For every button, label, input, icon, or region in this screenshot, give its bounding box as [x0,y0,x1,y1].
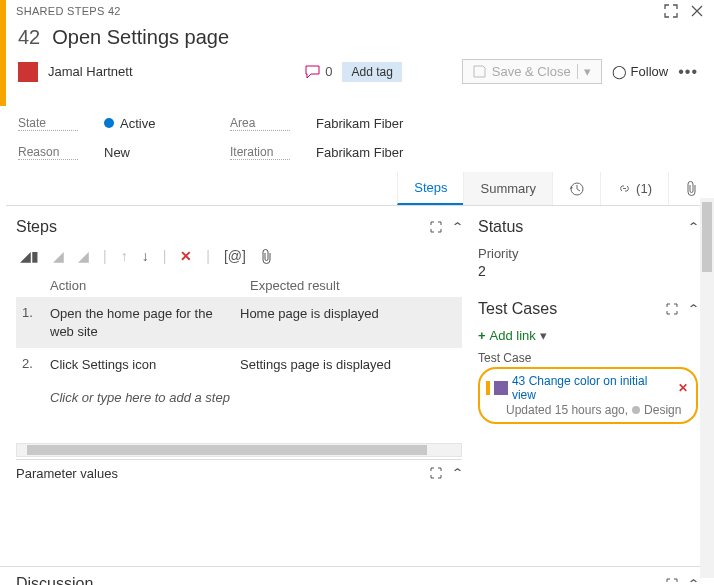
breadcrumb: SHARED STEPS 42 [16,5,121,17]
comment-count[interactable]: 0 [305,64,332,79]
state-dot-icon [632,406,640,414]
close-icon[interactable] [690,4,704,18]
fullscreen-icon[interactable] [664,4,678,18]
status-section-title: Status [478,218,523,236]
add-link-button[interactable]: + Add link ▾ [478,324,698,347]
col-action-header: Action [50,278,240,293]
expand-icon[interactable] [666,578,678,585]
parameter-values-section[interactable]: Parameter values [16,466,118,481]
priority-label: Priority [478,242,698,263]
collapse-icon[interactable]: ⌃ [451,220,464,234]
steps-section-title: Steps [16,218,57,236]
expand-icon[interactable] [666,303,678,315]
insert-shared-icon[interactable]: ◢ [53,248,64,264]
reason-label: Reason [18,145,78,160]
iteration-value[interactable]: Fabrikam Fiber [316,145,403,160]
test-case-icon [494,381,508,395]
vertical-scrollbar[interactable] [700,198,714,578]
expand-icon[interactable] [430,467,442,479]
page-title: 42 Open Settings page [18,26,698,49]
plus-icon: + [478,328,486,343]
chevron-down-icon[interactable]: ▾ [577,64,591,79]
attachment-icon [685,181,698,196]
state-label: State [18,116,78,131]
state-text: Design [644,403,681,417]
col-expected-header: Expected result [250,278,462,293]
insert-step-icon[interactable]: ◢▮ [20,248,39,264]
color-bar-icon [486,381,490,395]
tab-links[interactable]: (1) [600,172,668,205]
expand-icon[interactable] [430,221,442,233]
eye-icon: ◯ [612,64,627,79]
chevron-down-icon: ▾ [540,328,547,343]
area-value[interactable]: Fabrikam Fiber [316,116,403,131]
iteration-label: Iteration [230,145,290,160]
state-dot-icon [104,118,114,128]
attach-icon[interactable] [260,249,273,264]
link-icon [617,181,632,196]
work-item-title[interactable]: Open Settings page [52,26,229,49]
collapse-icon[interactable]: ⌃ [687,577,700,585]
test-case-label: Test Case [478,347,698,367]
save-close-button[interactable]: Save & Close ▾ [462,59,602,84]
add-step-placeholder[interactable]: Click or type here to add a step [16,382,462,413]
tab-steps[interactable]: Steps [397,172,463,205]
param-icon[interactable]: [@] [224,248,246,264]
updated-text: Updated 15 hours ago, [506,403,628,417]
discussion-section-title: Discussion [16,575,93,585]
horizontal-scrollbar[interactable] [16,443,462,457]
test-case-link[interactable]: 43 Change color on initial view [512,374,674,402]
tab-summary[interactable]: Summary [463,172,552,205]
follow-button[interactable]: ◯ Follow [612,64,669,79]
more-actions-button[interactable]: ••• [678,63,698,81]
tab-history[interactable] [552,172,600,205]
step-row[interactable]: 2. Click Settings icon Settings page is … [16,348,462,382]
collapse-icon[interactable]: ⌃ [451,466,464,480]
priority-value[interactable]: 2 [478,263,698,288]
delete-step-icon[interactable]: ✕ [180,248,192,264]
insert-shared2-icon[interactable]: ◢ [78,248,89,264]
move-down-icon[interactable]: ↓ [142,248,149,264]
collapse-icon[interactable]: ⌃ [687,220,700,234]
test-cases-section-title: Test Cases [478,300,557,318]
test-case-card[interactable]: 43 Change color on initial view ✕ Update… [478,367,698,424]
move-up-icon[interactable]: ↑ [121,248,128,264]
remove-link-icon[interactable]: ✕ [678,381,688,395]
area-label: Area [230,116,290,131]
work-item-id: 42 [18,26,40,49]
reason-value[interactable]: New [104,145,204,160]
assigned-to[interactable]: Jamal Hartnett [48,64,133,79]
add-tag-button[interactable]: Add tag [342,62,401,82]
avatar[interactable] [18,62,38,82]
state-value[interactable]: Active [104,116,204,131]
step-row[interactable]: 1. Open the home page for the web site H… [16,297,462,348]
steps-toolbar: ◢▮ ◢ ◢ | ↑ ↓ | ✕ | [@] [16,242,462,274]
collapse-icon[interactable]: ⌃ [687,302,700,316]
history-icon [569,181,584,196]
